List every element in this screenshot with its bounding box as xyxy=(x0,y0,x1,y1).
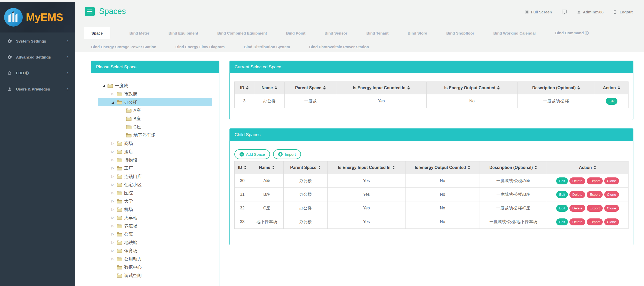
closed-expander-icon[interactable] xyxy=(111,191,115,195)
tab-bind-store[interactable]: Bind Store xyxy=(408,31,427,35)
col-name[interactable]: Name xyxy=(250,161,284,174)
edit-button[interactable]: Edit xyxy=(556,218,568,225)
closed-expander-icon[interactable] xyxy=(111,183,115,187)
tree-node-商场[interactable]: 商场 xyxy=(98,139,212,148)
tree-node-公寓[interactable]: 公寓 xyxy=(98,230,212,238)
delete-button[interactable]: Delete xyxy=(569,218,585,225)
col-is-energy-output-counted[interactable]: Is Energy Output Counted xyxy=(427,82,518,94)
edit-button[interactable]: Edit xyxy=(556,205,568,212)
tree-node-医院[interactable]: 医院 xyxy=(98,189,212,197)
tree-node-地下停车场[interactable]: 地下停车场 xyxy=(98,131,212,139)
tab-bind-meter[interactable]: Bind Meter xyxy=(129,31,149,35)
tree-node-b座[interactable]: B座 xyxy=(98,115,212,123)
col-action[interactable]: Action xyxy=(595,82,629,94)
tree-node-调试空间[interactable]: 调试空间 xyxy=(98,271,212,280)
clone-button[interactable]: Clone xyxy=(604,177,619,184)
closed-expander-icon[interactable] xyxy=(111,174,115,179)
add-space-button[interactable]: Add Space xyxy=(234,149,270,159)
tree-node-酒店[interactable]: 酒店 xyxy=(98,148,212,156)
tree-node-体育场[interactable]: 体育场 xyxy=(98,247,212,255)
export-button[interactable]: Export xyxy=(587,218,602,225)
tab-bind-equipment[interactable]: Bind Equipment xyxy=(169,31,198,35)
export-button[interactable]: Export xyxy=(587,205,602,212)
tab-bind-energy-flow-diagram[interactable]: Bind Energy Flow Diagram xyxy=(176,45,225,49)
tree-node-地铁站[interactable]: 地铁站 xyxy=(98,238,212,247)
col-id[interactable]: ID xyxy=(235,82,254,94)
tab-bind-tenant[interactable]: Bind Tenant xyxy=(367,31,389,35)
display-mode-button[interactable] xyxy=(562,9,567,15)
brand-logo-area[interactable]: MyEMS xyxy=(0,2,75,32)
edit-button[interactable]: Edit xyxy=(556,177,568,184)
export-button[interactable]: Export xyxy=(587,191,602,198)
col-action[interactable]: Action xyxy=(547,161,629,174)
tree-node-住宅小区[interactable]: 住宅小区 xyxy=(98,181,212,189)
delete-button[interactable]: Delete xyxy=(569,205,585,212)
closed-expander-icon[interactable] xyxy=(111,150,115,154)
tree-node-工厂[interactable]: 工厂 xyxy=(98,164,212,172)
tree-node-一度城[interactable]: 一度城 xyxy=(98,81,212,90)
open-expander-icon[interactable] xyxy=(111,100,115,104)
import-button[interactable]: Import xyxy=(273,149,301,159)
delete-button[interactable]: Delete xyxy=(569,177,585,184)
col-is-energy-input-counted-in[interactable]: Is Energy Input Counted In xyxy=(336,82,427,94)
closed-expander-icon[interactable] xyxy=(111,141,115,146)
col-parent-space[interactable]: Parent Space xyxy=(284,161,328,174)
col-description-optional[interactable]: Description (Optional) xyxy=(480,161,547,174)
sidebar-item-fdd[interactable]: FDD Ⓔ‹ xyxy=(0,65,75,81)
tab-bind-photovoltaic-power-station[interactable]: Bind Photovoltaic Power Station xyxy=(309,45,369,49)
closed-expander-icon[interactable] xyxy=(111,158,115,162)
tab-bind-command[interactable]: Bind Command Ⓔ xyxy=(555,31,589,36)
tab-bind-point[interactable]: Bind Point xyxy=(286,31,305,35)
sidebar-toggle-button[interactable] xyxy=(85,7,95,16)
closed-expander-icon[interactable] xyxy=(111,240,115,245)
tab-bind-combined-equipment[interactable]: Bind Combined Equipment xyxy=(217,31,267,35)
closed-expander-icon[interactable] xyxy=(111,232,115,236)
edit-button[interactable]: Edit xyxy=(606,98,617,105)
closed-expander-icon[interactable] xyxy=(111,166,115,170)
tree-node-连锁门店[interactable]: 连锁门店 xyxy=(98,172,212,181)
tree-node-市政府[interactable]: 市政府 xyxy=(98,90,212,98)
tree-node-机场[interactable]: 机场 xyxy=(98,205,212,214)
closed-expander-icon[interactable] xyxy=(111,216,115,220)
tab-bind-distribution-system[interactable]: Bind Distribution System xyxy=(244,45,290,49)
tab-bind-sensor[interactable]: Bind Sensor xyxy=(324,31,347,35)
tree-node-火车站[interactable]: 火车站 xyxy=(98,214,212,222)
sidebar-item-system-settings[interactable]: System Settings‹ xyxy=(0,33,75,49)
tab-bind-working-calendar[interactable]: Bind Working Calendar xyxy=(493,31,536,35)
closed-expander-icon[interactable] xyxy=(111,249,115,253)
tab-bind-energy-storage-power-station[interactable]: Bind Energy Storage Power Station xyxy=(91,45,156,49)
tree-node-养殖场[interactable]: 养殖场 xyxy=(98,222,212,230)
closed-expander-icon[interactable] xyxy=(111,224,115,228)
clone-button[interactable]: Clone xyxy=(604,191,619,198)
col-name[interactable]: Name xyxy=(254,82,285,94)
clone-button[interactable]: Clone xyxy=(604,218,619,225)
tree-node-c座[interactable]: C座 xyxy=(98,123,212,131)
open-expander-icon[interactable] xyxy=(102,84,106,88)
col-id[interactable]: ID xyxy=(235,161,250,174)
closed-expander-icon[interactable] xyxy=(111,199,115,203)
tab-bind-shopfloor[interactable]: Bind Shopfloor xyxy=(446,31,474,35)
sidebar-item-users-privileges[interactable]: Users & Privileges‹ xyxy=(0,81,75,97)
closed-expander-icon[interactable] xyxy=(111,92,115,96)
closed-expander-icon[interactable] xyxy=(111,257,115,261)
col-description-optional[interactable]: Description (Optional) xyxy=(518,82,595,94)
user-menu[interactable]: Admin2506 xyxy=(577,10,603,14)
fullscreen-button[interactable]: Full Screen xyxy=(525,10,552,14)
sidebar-item-advanced-settings[interactable]: Advanced Settings‹ xyxy=(0,49,75,65)
tree-node-大学[interactable]: 大学 xyxy=(98,197,212,205)
col-is-energy-input-counted-in[interactable]: Is Energy Input Counted In xyxy=(328,161,406,174)
closed-expander-icon[interactable] xyxy=(111,207,115,212)
clone-button[interactable]: Clone xyxy=(604,205,619,212)
logout-button[interactable]: Logout xyxy=(613,10,633,14)
delete-button[interactable]: Delete xyxy=(569,191,585,198)
tree-node-办公楼[interactable]: 办公楼 xyxy=(98,98,212,106)
edit-button[interactable]: Edit xyxy=(556,191,568,198)
col-parent-space[interactable]: Parent Space xyxy=(285,82,336,94)
tab-space[interactable]: Space xyxy=(84,27,110,39)
tree-node-数据中心[interactable]: 数据中心 xyxy=(98,263,212,271)
col-is-energy-output-counted[interactable]: Is Energy Output Counted xyxy=(406,161,480,174)
tree-node-博物馆[interactable]: 博物馆 xyxy=(98,156,212,164)
export-button[interactable]: Export xyxy=(587,177,602,184)
tree-node-a座[interactable]: A座 xyxy=(98,106,212,115)
tree-node-公用动力[interactable]: 公用动力 xyxy=(98,255,212,263)
